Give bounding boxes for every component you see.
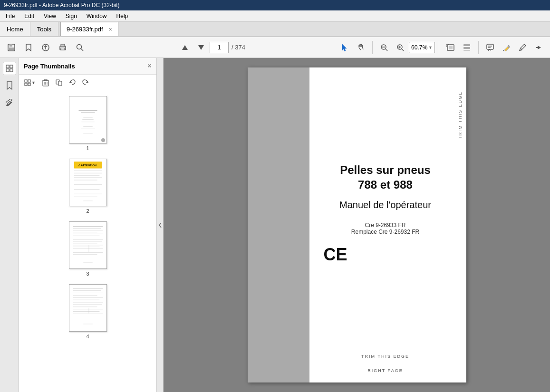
titlebar: 9-26933fr.pdf - Adobe Acrobat Pro DC (32… xyxy=(0,0,550,10)
thumb-redo-button[interactable] xyxy=(80,76,91,89)
thumbnail-num-4: 4 xyxy=(86,334,89,339)
hand-tool-button[interactable] xyxy=(353,40,368,55)
svg-rect-7 xyxy=(61,48,65,50)
thumb-delete-button[interactable] xyxy=(40,76,51,89)
menu-help[interactable]: Help xyxy=(115,12,130,20)
thumbnail-num-2: 2 xyxy=(86,208,89,214)
pdf-title1: Pelles sur pneus xyxy=(319,163,452,177)
menu-edit[interactable]: Edit xyxy=(22,12,36,20)
pdf-right-page: RIGHT PAGE xyxy=(319,368,452,373)
svg-rect-39 xyxy=(25,83,27,86)
thumbnails-toolbar: ▼ xyxy=(19,75,156,91)
thumb-grid-button[interactable]: ▼ xyxy=(22,76,38,89)
thumbnail-page-1[interactable] xyxy=(69,96,107,143)
trim-edge-top: TRIM THIS EDGE xyxy=(458,91,463,139)
search-button[interactable] xyxy=(72,40,87,55)
zoom-group: 60.7% ▼ xyxy=(376,40,435,55)
draw-button[interactable] xyxy=(515,40,530,55)
menu-window[interactable]: Window xyxy=(85,12,109,20)
thumbnails-close-button[interactable]: × xyxy=(147,62,152,70)
nav-up-button[interactable] xyxy=(177,40,193,55)
svg-point-8 xyxy=(77,44,82,49)
tab-close[interactable]: × xyxy=(109,26,112,33)
svg-rect-34 xyxy=(6,69,9,72)
zoom-out-button[interactable] xyxy=(376,40,392,55)
svg-rect-2 xyxy=(9,48,14,50)
zoom-in-button[interactable] xyxy=(393,40,408,55)
pdf-main-content: Pelles sur pneus 788 et 988 Manuel de l'… xyxy=(319,163,452,265)
main-area: Page Thumbnails × ▼ xyxy=(0,58,550,392)
share-button[interactable] xyxy=(531,40,546,55)
thumbnail-page-4[interactable] xyxy=(69,284,107,332)
pdf-left-strip xyxy=(248,67,309,382)
svg-marker-11 xyxy=(198,45,204,50)
nav-down-button[interactable] xyxy=(193,40,209,55)
menu-file[interactable]: File xyxy=(4,12,17,20)
svg-marker-3 xyxy=(26,44,31,51)
tab-home[interactable]: Home xyxy=(0,22,30,36)
tab-tools[interactable]: Tools xyxy=(30,22,58,36)
sidebar-bookmarks-icon[interactable] xyxy=(3,79,16,92)
svg-rect-23 xyxy=(449,46,453,49)
comment-tools-group xyxy=(482,40,546,55)
thumbnail-page-3[interactable] xyxy=(69,221,107,269)
pdf-page-1: TRIM THIS EDGE Pelles sur pneus 788 et 9… xyxy=(248,67,466,382)
pdf-ref2: Remplace Cre 9-26932 FR xyxy=(319,229,452,235)
pdf-title2: 788 et 988 xyxy=(319,177,452,192)
zoom-value-display[interactable]: 60.7% ▼ xyxy=(409,42,435,53)
upload-button[interactable] xyxy=(38,40,53,55)
save-button[interactable] xyxy=(4,40,19,55)
svg-line-17 xyxy=(386,49,387,51)
thumbnail-item-3[interactable]: 3 xyxy=(69,221,107,277)
nav-group: / 374 xyxy=(177,40,247,55)
thumbnail-num-3: 3 xyxy=(86,271,89,277)
toolbar-separator3 xyxy=(478,41,479,54)
page-input[interactable] xyxy=(210,42,229,53)
svg-marker-36 xyxy=(7,82,12,89)
svg-rect-1 xyxy=(10,44,12,47)
sidebar-icons xyxy=(0,58,19,392)
menu-view[interactable]: View xyxy=(42,12,58,20)
svg-rect-38 xyxy=(28,80,30,82)
thumbnail-item-1[interactable]: 1 xyxy=(69,96,107,151)
titlebar-text: 9-26933fr.pdf - Adobe Acrobat Pro DC (32… xyxy=(4,2,119,9)
svg-line-30 xyxy=(503,50,504,51)
svg-rect-32 xyxy=(6,65,9,68)
thumbnail-page-2[interactable]: ⚠ ATTENTION xyxy=(69,159,107,206)
svg-rect-46 xyxy=(44,79,47,81)
svg-rect-35 xyxy=(10,69,13,72)
toolbar: / 374 xyxy=(0,37,550,58)
sidebar-attachments-icon[interactable] xyxy=(3,96,16,109)
svg-text:⚠ ATTENTION: ⚠ ATTENTION xyxy=(77,164,96,167)
thumbnails-panel: Page Thumbnails × ▼ xyxy=(19,58,157,392)
menu-sign[interactable]: Sign xyxy=(64,12,79,20)
tab-file[interactable]: 9-26933fr.pdf × xyxy=(60,22,118,36)
pdf-content-area[interactable]: TRIM THIS EDGE Pelles sur pneus 788 et 9… xyxy=(164,58,550,392)
svg-marker-10 xyxy=(182,45,188,50)
thumbnail-num-1: 1 xyxy=(86,145,89,151)
thumbnails-scroll-area[interactable]: 1 ⚠ ATTENTION xyxy=(19,91,156,392)
svg-rect-40 xyxy=(28,83,30,86)
thumbnails-header: Page Thumbnails × xyxy=(19,58,156,75)
fit-page-button[interactable] xyxy=(443,40,458,55)
right-page-label: RIGHT PAGE xyxy=(319,368,452,373)
thumbnails-title: Page Thumbnails xyxy=(24,63,75,70)
panel-collapse-button[interactable] xyxy=(157,58,164,392)
comment-button[interactable] xyxy=(482,40,498,55)
scroll-mode-button[interactable] xyxy=(459,40,474,55)
thumb-grid-arrow: ▼ xyxy=(31,80,36,85)
toolbar-separator xyxy=(372,41,373,54)
thumb-undo-button[interactable] xyxy=(67,76,78,89)
highlight-button[interactable] xyxy=(499,40,514,55)
print-button[interactable] xyxy=(55,40,70,55)
thumbnail-item-4[interactable]: 4 xyxy=(69,284,107,339)
cursor-tool-button[interactable] xyxy=(337,40,352,55)
thumb-extract-button[interactable] xyxy=(53,76,65,89)
sidebar-thumbnails-icon[interactable] xyxy=(3,62,16,75)
page-separator: / 374 xyxy=(232,44,245,51)
zoom-value: 60.7% xyxy=(411,44,427,51)
trim-edge-bottom: TRIM THIS EDGE xyxy=(319,354,452,359)
thumbnail-item-2[interactable]: ⚠ ATTENTION 2 xyxy=(69,159,107,214)
menubar: File Edit View Sign Window Help xyxy=(0,10,550,22)
bookmark-button[interactable] xyxy=(21,40,36,55)
